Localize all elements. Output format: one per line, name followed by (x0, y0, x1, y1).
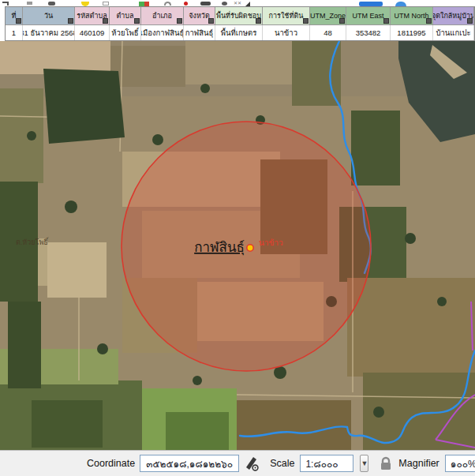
column-header-land-use[interactable]: การใช้ที่ดิน (263, 7, 310, 25)
status-bar: Coordinate Scale ▼ Magnifier (0, 450, 475, 476)
cell-utm-north: 1811995 (391, 25, 433, 40)
refresh-icon (164, 2, 171, 6)
scissors-icon (48, 2, 55, 6)
scale-dropdown-button[interactable]: ▼ (360, 455, 368, 472)
column-header-village[interactable]: จุดใกล้หมู่บ้าน (433, 7, 474, 25)
record-icon (184, 2, 188, 6)
attribute-table-header-row: ที่ วัน รหัสตำบล ตำบล อำเภอ จังหวัด พื้น… (6, 7, 474, 25)
column-header-utm-east[interactable]: UTM East (346, 7, 391, 25)
cell-tambon: ห้วยโพธิ์ (110, 25, 141, 40)
column-header-utm-north[interactable]: UTM North (391, 7, 433, 25)
coordinate-input[interactable] (140, 455, 239, 472)
gis-application-window: ✕✕ ที่ วัน รหัสตำบล ตำบล อำเภอ จังหวัด พ… (0, 0, 475, 476)
attribute-table: ที่ วัน รหัสตำบล ตำบล อำเภอ จังหวัด พื้น… (5, 6, 475, 41)
cell-province: กาฬสินธุ์ (184, 25, 215, 40)
lock-icon[interactable] (380, 456, 392, 470)
column-header-responsible-area[interactable]: พื้นที่รับผิดชอบ (215, 7, 263, 25)
cell-utm-zone: 48 (310, 25, 346, 40)
column-header-utm-zone[interactable]: UTM_Zone (310, 7, 346, 25)
buffer-circle-overlay (122, 122, 371, 371)
column-header-amphoe[interactable]: อำเภอ (141, 7, 184, 25)
basemap-place-label: ต.ห้วยโพธิ์ (16, 237, 49, 246)
cell-utm-east: 353482 (346, 25, 391, 40)
column-header-province[interactable]: จังหวัด (184, 7, 215, 25)
page-icon (103, 2, 109, 6)
cell-village: บ้านแกเปะ (433, 25, 474, 40)
link-icon (200, 2, 211, 6)
delete-icon: ✕✕ (234, 2, 241, 5)
cell-land-use: นาข้าว (263, 25, 310, 40)
map-center-label: กาฬสินธุ์ (194, 240, 245, 256)
cell-date: 31 ธันวาคม 2568 (23, 25, 75, 40)
marker-dot-icon[interactable] (247, 245, 253, 251)
column-header-tambon[interactable]: ตำบล (110, 7, 141, 25)
column-header-tambon-code[interactable]: รหัสตำบล (75, 7, 110, 25)
scale-label: Scale (270, 458, 294, 469)
pick-coordinate-icon[interactable] (245, 455, 259, 471)
column-header-date[interactable]: วัน (23, 7, 75, 25)
cell-responsible-area: พื้นที่เกษตร (215, 25, 263, 40)
cell-amphoe: เมืองกาฬสินธุ์ (141, 25, 184, 40)
cell-no: 1 (6, 25, 23, 40)
cell-tambon-code: 460109 (75, 25, 110, 40)
magnifier-input[interactable] (445, 455, 475, 472)
toolbar-icon-fragment (27, 2, 32, 5)
column-header-no[interactable]: ที่ (6, 7, 23, 25)
blob-icon (222, 2, 227, 6)
scale-input[interactable] (300, 455, 353, 472)
select-tool-icon (2, 2, 9, 6)
map-viewport[interactable]: ต.ห้วยโพธิ์ กาฬสินธุ์ นาข้าว (0, 41, 475, 450)
land-use-annotation: นาข้าว (259, 238, 283, 247)
table-row[interactable]: 1 31 ธันวาคม 2568 460109 ห้วยโพธิ์ เมือง… (6, 25, 474, 40)
magnifier-label: Magnifier (398, 458, 439, 469)
coordinate-label: Coordinate (87, 458, 135, 469)
